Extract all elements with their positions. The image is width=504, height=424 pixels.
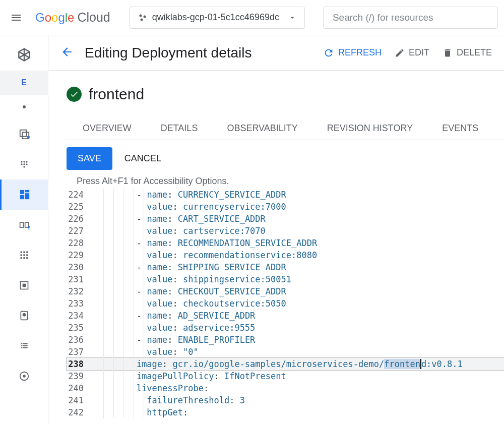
- resource-header: frontend: [67, 86, 504, 103]
- tab-overview[interactable]: OVERVIEW: [83, 117, 132, 140]
- search-input[interactable]: Search (/) for resources: [323, 7, 498, 29]
- sidebar-item-9[interactable]: [0, 300, 48, 331]
- editor-line[interactable]: 230 - name: SHIPPING_SERVICE_ADDR: [67, 261, 504, 273]
- project-selector[interactable]: qwiklabs-gcp-01-5c1cc46969dc: [130, 7, 305, 29]
- editor-line[interactable]: 226 - name: CART_SERVICE_ADDR: [67, 213, 504, 225]
- line-number: 229: [67, 249, 93, 261]
- google-cloud-logo[interactable]: Google Cloud: [35, 10, 110, 25]
- code-content[interactable]: failureThreshold: 3: [93, 394, 504, 406]
- line-number: 239: [67, 370, 93, 382]
- action-buttons: REFRESH EDIT DELETE: [323, 47, 492, 58]
- accessibility-help-text: Press Alt+F1 for Accessibility Options.: [77, 176, 504, 187]
- tabs: OVERVIEW DETAILS OBSERVABILITY REVISION …: [65, 117, 504, 140]
- line-number: 230: [67, 261, 93, 273]
- sidebar-item-7[interactable]: [0, 240, 48, 270]
- code-content[interactable]: - name: SHIPPING_SERVICE_ADDR: [93, 261, 504, 273]
- editor-line[interactable]: 241 failureThreshold: 3: [67, 394, 504, 406]
- line-number: 240: [67, 382, 93, 394]
- svg-rect-13: [20, 190, 24, 194]
- editor-line[interactable]: 228 - name: RECOMMENDATION_SERVICE_ADDR: [67, 237, 504, 249]
- editor-line[interactable]: 236 - name: ENABLE_PROFILER: [67, 334, 504, 346]
- sidebar-item-3[interactable]: E: [0, 119, 48, 149]
- svg-rect-36: [22, 345, 27, 346]
- svg-rect-25: [26, 254, 28, 256]
- line-number: 235: [67, 322, 93, 334]
- editor-line[interactable]: 233 value: checkoutservice:5050: [67, 297, 504, 310]
- page-header: Editing Deployment details REFRESH EDIT …: [48, 35, 504, 71]
- editor-line[interactable]: 242 httpGet:: [67, 406, 504, 418]
- code-content[interactable]: value: recommendationservice:8080: [93, 249, 504, 261]
- sidebar-item-8[interactable]: [0, 270, 48, 300]
- svg-rect-35: [21, 345, 22, 346]
- code-content[interactable]: httpGet:: [93, 406, 504, 418]
- svg-rect-27: [23, 257, 25, 259]
- code-content[interactable]: value: adservice:9555: [93, 322, 504, 334]
- code-content[interactable]: value: checkoutservice:5050: [93, 297, 504, 310]
- edit-button[interactable]: EDIT: [395, 47, 429, 58]
- cancel-button[interactable]: CANCEL: [124, 153, 161, 164]
- code-content[interactable]: - name: CHECKOUT_SERVICE_ADDR: [93, 285, 504, 297]
- editor-line[interactable]: 237 value: "0": [67, 346, 504, 358]
- code-content[interactable]: value: shippingservice:50051: [93, 273, 504, 285]
- svg-rect-26: [20, 257, 22, 259]
- sidebar-item-11[interactable]: [0, 361, 48, 391]
- svg-rect-34: [22, 343, 27, 344]
- svg-rect-30: [22, 284, 26, 287]
- code-content[interactable]: value: currencyservice:7000: [93, 201, 504, 213]
- sidebar-item-4[interactable]: [0, 149, 48, 179]
- tab-revision-history[interactable]: REVISION HISTORY: [327, 117, 413, 140]
- tab-details[interactable]: DETAILS: [161, 117, 198, 140]
- svg-rect-28: [26, 257, 28, 259]
- sidebar-gke-icon[interactable]: [0, 40, 48, 71]
- svg-point-7: [23, 161, 25, 162]
- back-arrow-icon[interactable]: [60, 45, 74, 60]
- svg-point-6: [21, 161, 22, 162]
- svg-rect-3: [20, 130, 26, 137]
- code-content[interactable]: value: "0": [93, 346, 504, 358]
- sidebar-item-10[interactable]: [0, 331, 48, 361]
- editor-line[interactable]: 234 - name: AD_SERVICE_ADDR: [67, 310, 504, 322]
- line-number: 236: [67, 334, 93, 346]
- refresh-icon: [323, 47, 334, 58]
- editor-line[interactable]: 224 - name: CURRENCY_SERVICE_ADDR: [67, 189, 504, 201]
- tab-events[interactable]: EVENTS: [442, 117, 478, 140]
- refresh-button[interactable]: REFRESH: [323, 47, 382, 58]
- sidebar-item-6[interactable]: E: [0, 210, 48, 240]
- svg-point-10: [23, 163, 25, 165]
- yaml-editor[interactable]: 224 - name: CURRENCY_SERVICE_ADDR225 val…: [67, 189, 504, 418]
- code-content[interactable]: - name: RECOMMENDATION_SERVICE_ADDR: [93, 237, 504, 249]
- code-content[interactable]: imagePullPolicy: IfNotPresent: [93, 370, 504, 382]
- editor-line[interactable]: 229 value: recommendationservice:8080: [67, 249, 504, 261]
- menu-icon[interactable]: [6, 8, 26, 28]
- editor-line[interactable]: 227 value: cartservice:7070: [67, 225, 504, 237]
- content: frontend OVERVIEW DETAILS OBSERVABILITY …: [48, 71, 504, 424]
- code-content[interactable]: - name: CURRENCY_SERVICE_ADDR: [93, 189, 504, 201]
- sidebar-item-workloads[interactable]: [0, 179, 48, 210]
- save-button[interactable]: SAVE: [67, 147, 112, 170]
- sidebar-item-2[interactable]: [0, 95, 48, 119]
- code-content[interactable]: - name: AD_SERVICE_ADDR: [93, 310, 504, 322]
- code-content[interactable]: - name: CART_SERVICE_ADDR: [93, 213, 504, 225]
- delete-button[interactable]: DELETE: [443, 47, 492, 58]
- editor-line[interactable]: 240 livenessProbe:: [67, 382, 504, 394]
- line-number: 224: [67, 189, 93, 201]
- sidebar-item-e[interactable]: E: [0, 71, 48, 95]
- tab-observability[interactable]: OBSERVABILITY: [227, 117, 297, 140]
- svg-point-0: [139, 14, 142, 17]
- svg-rect-24: [23, 254, 25, 256]
- line-number: 227: [67, 225, 93, 237]
- svg-point-2: [140, 18, 143, 21]
- editor-line[interactable]: 238 image: gcr.io/google-samples/microse…: [67, 358, 504, 370]
- code-content[interactable]: - name: ENABLE_PROFILER: [93, 334, 504, 346]
- top-bar: Google Cloud qwiklabs-gcp-01-5c1cc46969d…: [0, 0, 504, 35]
- code-content[interactable]: image: gcr.io/google-samples/microservic…: [93, 358, 504, 370]
- code-content[interactable]: value: cartservice:7070: [93, 225, 504, 237]
- line-number: 242: [67, 406, 93, 418]
- editor-line[interactable]: 235 value: adservice:9555: [67, 322, 504, 334]
- code-content[interactable]: livenessProbe:: [93, 382, 504, 394]
- editor-line[interactable]: 239 imagePullPolicy: IfNotPresent: [67, 370, 504, 382]
- page-title: Editing Deployment details: [85, 45, 323, 61]
- editor-line[interactable]: 232 - name: CHECKOUT_SERVICE_ADDR: [67, 285, 504, 297]
- editor-line[interactable]: 231 value: shippingservice:50051: [67, 273, 504, 285]
- editor-line[interactable]: 225 value: currencyservice:7000: [67, 201, 504, 213]
